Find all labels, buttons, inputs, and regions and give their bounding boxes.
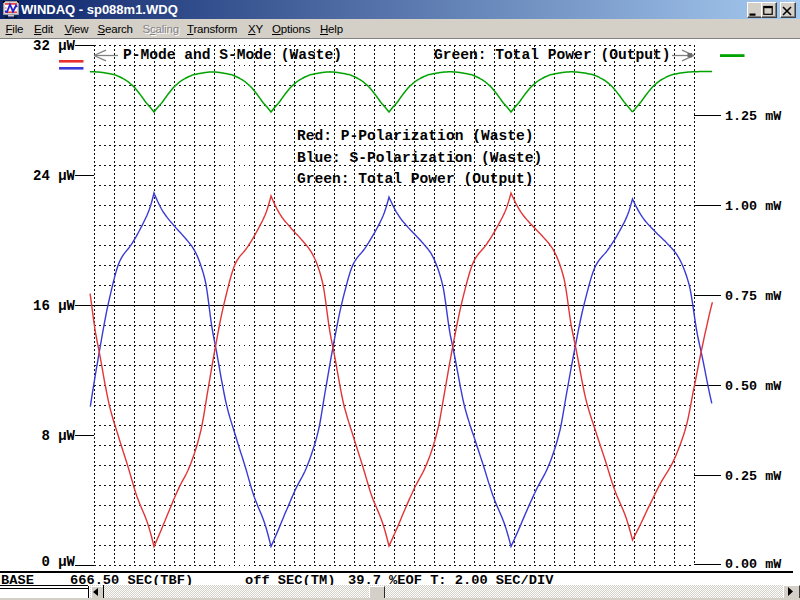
svg-text:0 µW: 0 µW [41, 554, 75, 570]
svg-text:1.25 mW: 1.25 mW [725, 109, 782, 124]
svg-text:Green: Total Power (Output): Green: Total Power (Output) [297, 171, 533, 187]
svg-text:P-Mode and S-Mode (Waste): P-Mode and S-Mode (Waste) [123, 47, 342, 63]
svg-text:16 µW: 16 µW [33, 298, 76, 314]
svg-text:0.25 mW: 0.25 mW [725, 469, 782, 484]
svg-text:32 µW: 32 µW [33, 38, 76, 54]
svg-text:Red: P-Polarization (Waste): Red: P-Polarization (Waste) [297, 128, 533, 144]
svg-text:24 µW: 24 µW [33, 168, 76, 184]
svg-text:8 µW: 8 µW [41, 428, 75, 444]
svg-text:0.00 mW: 0.00 mW [725, 557, 782, 572]
svg-text:Blue: S-Polarization (Waste): Blue: S-Polarization (Waste) [297, 150, 542, 166]
svg-text:0.75 mW: 0.75 mW [725, 289, 782, 304]
svg-text:1.00 mW: 1.00 mW [725, 199, 782, 214]
svg-text:0.50 mW: 0.50 mW [725, 379, 782, 394]
svg-text:Green: Total Power (Output): Green: Total Power (Output) [434, 47, 670, 63]
